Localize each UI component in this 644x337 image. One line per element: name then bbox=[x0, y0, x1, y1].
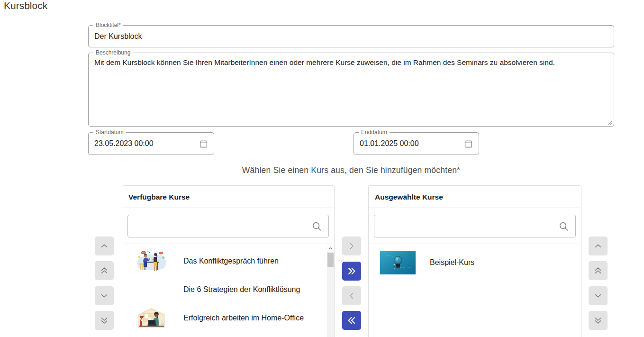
source-move-bottom-button[interactable] bbox=[95, 311, 114, 330]
target-move-top-button[interactable] bbox=[589, 261, 608, 280]
target-filter-input[interactable] bbox=[374, 215, 554, 237]
textarea-resize-handle-icon[interactable] bbox=[607, 119, 613, 125]
target-search-box bbox=[374, 215, 576, 237]
enddatum-field: Enddatum bbox=[354, 132, 479, 155]
list-item-die-6-strategien[interactable]: Die 6 Strategien der Konfliktlösung bbox=[122, 275, 334, 304]
available-courses-panel: Verfügbare Kurse bbox=[122, 185, 335, 337]
beschreibung-textarea[interactable]: Mit dem Kursblock können Sie Ihren Mitar… bbox=[89, 53, 614, 126]
selected-courses-panel: Ausgewählte Kurse bbox=[368, 185, 581, 337]
list-item-erfolgreich-home-office[interactable]: Erfolgreich arbeiten im Home-Office bbox=[122, 304, 334, 332]
target-move-up-button[interactable] bbox=[589, 237, 608, 255]
course-thumbnail bbox=[134, 306, 169, 330]
calendar-icon bbox=[463, 139, 473, 149]
move-to-target-button[interactable] bbox=[342, 237, 361, 255]
chevron-down-icon bbox=[99, 291, 109, 301]
double-chevron-up-icon bbox=[99, 265, 109, 276]
double-chevron-right-icon bbox=[346, 265, 357, 277]
target-filter-container bbox=[369, 208, 581, 244]
chevron-right-icon bbox=[346, 241, 357, 251]
double-chevron-down-icon bbox=[99, 315, 109, 326]
kursblock-page: Kursblock Blocktitel* Beschreibung Mit d… bbox=[0, 0, 644, 337]
scrollbar-thumb[interactable] bbox=[327, 253, 334, 267]
course-thumbnail bbox=[134, 249, 169, 273]
scrollbar-up-arrow[interactable] bbox=[327, 245, 334, 252]
enddatum-input[interactable] bbox=[360, 133, 461, 155]
course-label: Erfolgreich arbeiten im Home-Office bbox=[183, 314, 304, 322]
startdatum-input[interactable] bbox=[94, 133, 196, 155]
source-list-scrollbar[interactable] bbox=[327, 245, 334, 337]
chevron-up-icon bbox=[593, 241, 603, 251]
double-chevron-down-icon bbox=[593, 315, 603, 326]
available-courses-title: Verfügbare Kurse bbox=[122, 186, 334, 208]
chevron-up-icon bbox=[99, 241, 109, 251]
course-thumbnail-empty bbox=[134, 278, 169, 301]
target-move-bottom-button[interactable] bbox=[589, 311, 608, 330]
source-search-box bbox=[127, 215, 329, 237]
page-title: Kursblock bbox=[4, 0, 47, 11]
move-to-source-button[interactable] bbox=[342, 286, 361, 305]
enddatum-calendar-button[interactable] bbox=[462, 137, 475, 150]
blocktitel-field: Blocktitel* bbox=[88, 25, 614, 47]
calendar-icon bbox=[199, 139, 209, 149]
source-filter-container bbox=[122, 208, 334, 244]
list-item-das-konfliktgespraech[interactable]: Das Konfliktgespräch führen bbox=[122, 247, 334, 275]
search-icon bbox=[558, 221, 569, 232]
source-move-up-button[interactable] bbox=[95, 237, 114, 255]
source-move-top-button[interactable] bbox=[95, 261, 114, 280]
conflict-talk-illustration bbox=[134, 249, 169, 273]
startdatum-field: Startdatum bbox=[88, 132, 214, 155]
chevron-left-icon bbox=[346, 291, 357, 301]
beschreibung-field: Beschreibung Mit dem Kursblock können Si… bbox=[88, 53, 614, 127]
source-filter-input[interactable] bbox=[128, 215, 308, 237]
double-chevron-left-icon bbox=[346, 315, 357, 326]
move-all-to-source-button[interactable] bbox=[342, 311, 361, 330]
course-label: Beispiel-Kurs bbox=[430, 258, 474, 267]
chevron-down-icon bbox=[593, 291, 603, 301]
blocktitel-input[interactable] bbox=[94, 26, 608, 47]
startdatum-calendar-button[interactable] bbox=[197, 137, 210, 150]
lightbulb-underwater-photo bbox=[380, 251, 416, 274]
double-chevron-up-icon bbox=[593, 265, 603, 276]
list-item-beispiel-kurs[interactable]: Beispiel-Kurs bbox=[369, 247, 581, 278]
search-icon bbox=[311, 221, 322, 232]
course-thumbnail bbox=[380, 251, 416, 274]
chevron-up-icon bbox=[328, 246, 333, 251]
target-course-list: Beispiel-Kurs bbox=[369, 244, 581, 278]
home-office-illustration bbox=[134, 306, 169, 330]
move-all-to-target-button[interactable] bbox=[342, 262, 361, 281]
source-move-down-button[interactable] bbox=[95, 286, 114, 305]
course-label: Das Konfliktgespräch führen bbox=[183, 257, 279, 265]
source-course-list: Das Konfliktgespräch führen Die 6 Strate… bbox=[122, 244, 334, 332]
course-select-instruction: Wählen Sie einen Kurs aus, den Sie hinzu… bbox=[88, 165, 614, 175]
selected-courses-title: Ausgewählte Kurse bbox=[369, 186, 581, 208]
course-label: Die 6 Strategien der Konfliktlösung bbox=[183, 285, 300, 294]
target-move-down-button[interactable] bbox=[589, 286, 608, 305]
